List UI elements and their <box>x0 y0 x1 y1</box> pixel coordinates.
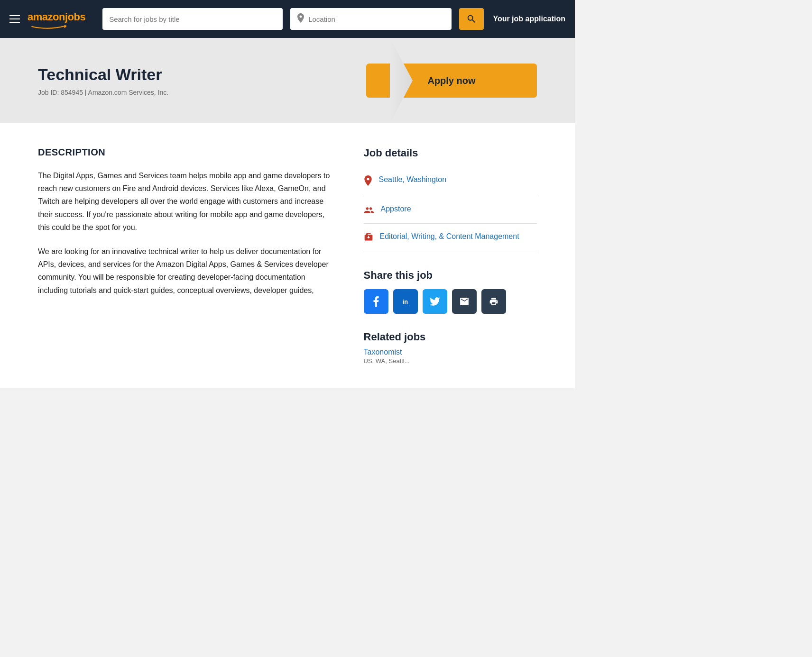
job-title: Technical Writer <box>38 65 347 84</box>
job-details-title: Job details <box>364 147 537 159</box>
description-paragraph-1: The Digital Apps, Games and Services tea… <box>38 169 335 234</box>
page-wrapper: amazonjobs Your job applicat <box>0 0 575 388</box>
share-facebook-button[interactable] <box>364 289 388 314</box>
location-pin-icon <box>297 13 304 25</box>
description-heading: DESCRIPTION <box>38 147 335 158</box>
logo-text: amazonjobs <box>28 11 85 23</box>
main-content: DESCRIPTION The Digital Apps, Games and … <box>0 123 575 388</box>
logo-suffix: jobs <box>65 11 85 23</box>
hamburger-menu[interactable] <box>9 15 20 23</box>
location-input[interactable] <box>308 15 445 23</box>
job-meta: Job ID: 854945 | Amazon.com Services, In… <box>38 89 347 96</box>
related-job-taxonomist[interactable]: Taxonomist <box>364 348 537 356</box>
header: amazonjobs Your job applicat <box>0 0 575 38</box>
logo-prefix: amazon <box>28 11 65 23</box>
job-details-section: Job details Seattle, Washington <box>364 147 537 252</box>
briefcase-icon <box>364 232 373 244</box>
team-link[interactable]: Appstore <box>381 204 411 214</box>
category-link[interactable]: Editorial, Writing, & Content Management <box>380 231 519 242</box>
linkedin-icon: in <box>403 298 408 305</box>
apply-now-button[interactable]: Apply now <box>366 64 537 98</box>
share-twitter-button[interactable] <box>423 289 447 314</box>
hero-banner: Technical Writer Job ID: 854945 | Amazon… <box>0 38 575 123</box>
search-button[interactable] <box>459 8 484 30</box>
share-email-button[interactable] <box>452 289 477 314</box>
share-icons: in <box>364 289 537 314</box>
related-jobs-section: Related jobs Taxonomist US, WA, Seattl..… <box>364 331 537 365</box>
location-wrapper <box>290 8 452 30</box>
description-column: DESCRIPTION The Digital Apps, Games and … <box>38 147 335 365</box>
share-section: Share this job in <box>364 269 537 314</box>
share-title: Share this job <box>364 269 537 282</box>
job-application-link[interactable]: Your job application <box>493 15 565 23</box>
job-detail-team: Appstore <box>364 196 537 224</box>
location-icon <box>364 175 372 188</box>
job-detail-location: Seattle, Washington <box>364 167 537 196</box>
logo[interactable]: amazonjobs <box>28 11 85 27</box>
search-title-input[interactable] <box>102 8 283 30</box>
description-paragraph-2: We are looking for an innovative technic… <box>38 245 335 297</box>
logo-smile-icon <box>28 22 70 27</box>
search-icon <box>466 14 477 24</box>
share-linkedin-button[interactable]: in <box>393 289 418 314</box>
location-link[interactable]: Seattle, Washington <box>379 174 447 185</box>
share-print-button[interactable] <box>481 289 506 314</box>
sidebar-column: Job details Seattle, Washington <box>364 147 537 365</box>
team-icon <box>364 205 374 216</box>
job-detail-category: Editorial, Writing, & Content Management <box>364 224 537 252</box>
hero-left: Technical Writer Job ID: 854945 | Amazon… <box>38 65 347 96</box>
related-jobs-title: Related jobs <box>364 331 537 343</box>
related-job-location: US, WA, Seattl... <box>364 357 537 365</box>
